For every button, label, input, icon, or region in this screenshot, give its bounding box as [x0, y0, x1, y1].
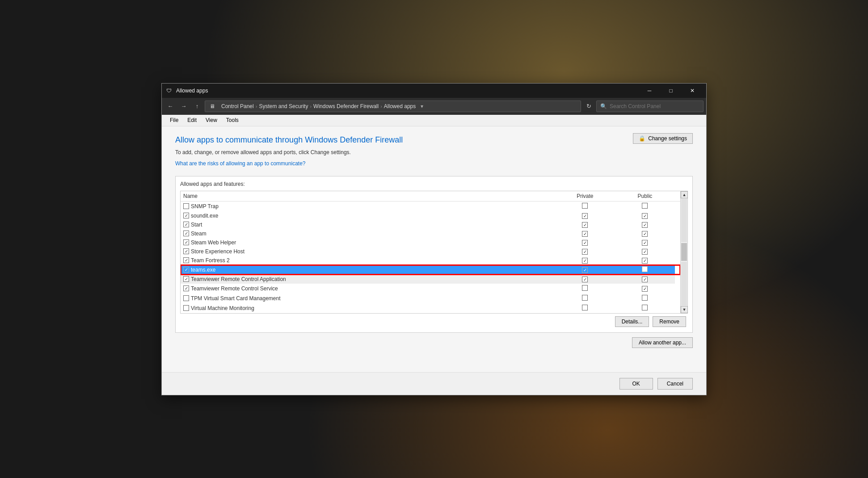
search-box[interactable]: 🔍: [596, 101, 704, 112]
col-name: Name: [181, 191, 555, 201]
maximize-button[interactable]: □: [661, 84, 681, 98]
menu-tools[interactable]: Tools: [222, 116, 243, 124]
table-action-buttons: Details... Remove: [180, 314, 688, 328]
public-check-6[interactable]: [642, 258, 648, 264]
scroll-down-button[interactable]: ▼: [681, 306, 688, 313]
private-check-7[interactable]: [582, 267, 588, 273]
private-check-5[interactable]: [582, 249, 588, 255]
row-check-8[interactable]: [183, 276, 189, 282]
public-check-1[interactable]: [642, 213, 648, 219]
menu-view[interactable]: View: [201, 116, 222, 124]
public-check-0[interactable]: [642, 203, 648, 209]
table-row[interactable]: TPM Virtual Smart Card Management: [181, 294, 680, 303]
table-row[interactable]: Teamviewer Remote Control Application: [181, 275, 680, 284]
main-window: 🛡 Allowed apps ─ □ ✕ ← → ↑ 🖥 Control Pan…: [161, 83, 707, 395]
table-row[interactable]: Steam: [181, 229, 680, 238]
breadcrumb-cp: Control Panel: [221, 103, 254, 109]
addressbar: ← → ↑ 🖥 Control Panel › System and Secur…: [162, 98, 706, 115]
breadcrumb-wdf: Windows Defender Firewall: [313, 103, 379, 109]
row-check-2[interactable]: [183, 222, 189, 227]
public-check-9[interactable]: [642, 286, 648, 292]
cancel-button[interactable]: Cancel: [657, 378, 693, 390]
address-box[interactable]: 🖥 Control Panel › System and Security › …: [205, 101, 581, 112]
menubar: File Edit View Tools: [162, 115, 706, 126]
public-check-4[interactable]: [642, 240, 648, 246]
row-check-5[interactable]: [183, 248, 189, 254]
public-check-8[interactable]: [642, 277, 648, 282]
table-row[interactable]: teams.exe: [181, 265, 680, 275]
cp-icon: 🖥: [209, 103, 216, 110]
close-button[interactable]: ✕: [682, 84, 703, 98]
window-title: Allowed apps: [176, 88, 639, 94]
table-row[interactable]: soundit.exe: [181, 211, 680, 220]
lock-icon: 🔒: [639, 135, 645, 142]
row-check-10[interactable]: [183, 295, 189, 301]
row-check-0[interactable]: [183, 203, 189, 209]
private-check-11[interactable]: [582, 305, 588, 310]
private-check-4[interactable]: [582, 240, 588, 246]
table-row[interactable]: SNMP Trap: [181, 201, 680, 211]
row-check-1[interactable]: [183, 213, 189, 218]
table-row[interactable]: Virtual Machine Monitoring: [181, 303, 680, 313]
private-check-2[interactable]: [582, 222, 588, 228]
table-row[interactable]: Start: [181, 220, 680, 229]
row-check-4[interactable]: [183, 239, 189, 245]
up-button[interactable]: ↑: [191, 101, 203, 112]
allow-another-app-button[interactable]: Allow another app...: [632, 337, 693, 348]
address-dropdown[interactable]: ▾: [417, 101, 426, 112]
row-check-7[interactable]: [183, 267, 189, 273]
col-public: Public: [615, 191, 675, 201]
table-row[interactable]: Teamviewer Remote Control Service: [181, 284, 680, 294]
scroll-thumb[interactable]: [681, 243, 687, 261]
breadcrumb-aa: Allowed apps: [384, 103, 416, 109]
page-title: Allow apps to communicate through Window…: [175, 135, 403, 145]
table-row[interactable]: Steam Web Helper: [181, 238, 680, 247]
private-check-3[interactable]: [582, 231, 588, 237]
private-check-9[interactable]: [582, 285, 588, 291]
back-button[interactable]: ←: [164, 101, 176, 112]
forward-button[interactable]: →: [178, 101, 190, 112]
help-link[interactable]: What are the risks of allowing an app to…: [175, 160, 305, 167]
titlebar-controls: ─ □ ✕: [639, 84, 703, 98]
row-check-3[interactable]: [183, 231, 189, 236]
col-private: Private: [555, 191, 615, 201]
search-input[interactable]: [610, 103, 699, 109]
private-check-6[interactable]: [582, 258, 588, 264]
private-check-1[interactable]: [582, 213, 588, 219]
public-check-3[interactable]: [642, 231, 648, 237]
window-icon: 🛡: [165, 87, 173, 94]
search-icon: 🔍: [600, 103, 607, 109]
breadcrumb: Control Panel › System and Security › Wi…: [221, 103, 416, 109]
private-check-8[interactable]: [582, 277, 588, 282]
change-settings-button[interactable]: 🔒 Change settings: [633, 133, 693, 144]
public-check-10[interactable]: [642, 295, 648, 301]
row-check-6[interactable]: [183, 257, 189, 263]
private-check-10[interactable]: [582, 295, 588, 301]
titlebar: 🛡 Allowed apps ─ □ ✕: [162, 84, 706, 98]
public-check-5[interactable]: [642, 249, 648, 255]
table-row[interactable]: Team Fortress 2: [181, 256, 680, 265]
menu-edit[interactable]: Edit: [183, 116, 201, 124]
breadcrumb-ss: System and Security: [259, 103, 308, 109]
apps-section-label: Allowed apps and features:: [180, 181, 688, 187]
apps-list: SNMP Trap soundit.exe: [181, 201, 680, 313]
details-button[interactable]: Details...: [615, 316, 649, 327]
public-check-11[interactable]: [642, 305, 648, 310]
subtitle: To add, change, or remove allowed apps a…: [175, 149, 403, 155]
remove-button[interactable]: Remove: [653, 316, 686, 327]
row-check-9[interactable]: [183, 285, 189, 291]
ok-button[interactable]: OK: [619, 378, 653, 390]
apps-section: Allowed apps and features: Name Private …: [175, 176, 693, 333]
refresh-button[interactable]: ↻: [583, 101, 594, 112]
private-check-0[interactable]: [582, 203, 588, 209]
public-check-7[interactable]: [642, 266, 648, 272]
table-row[interactable]: Store Experience Host: [181, 247, 680, 256]
content-area: Allow apps to communicate through Window…: [162, 126, 706, 372]
minimize-button[interactable]: ─: [639, 84, 660, 98]
allow-another-row: Allow another app...: [175, 337, 693, 348]
public-check-2[interactable]: [642, 222, 648, 228]
menu-file[interactable]: File: [165, 116, 183, 124]
scroll-up-button[interactable]: ▲: [681, 191, 688, 198]
apps-table: Name Private Public SNMP Trap: [181, 191, 680, 313]
row-check-11[interactable]: [183, 305, 189, 311]
